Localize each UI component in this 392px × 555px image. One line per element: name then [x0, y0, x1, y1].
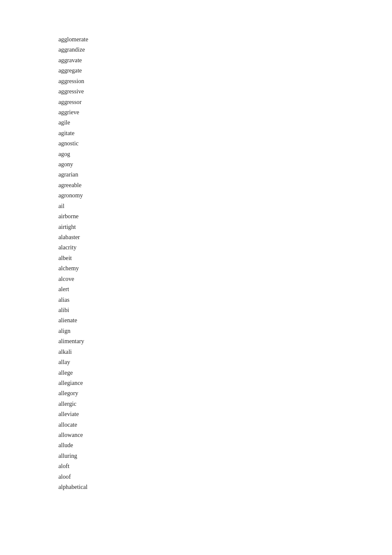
- word-list: agglomerateaggrandizeaggravateaggregatea…: [0, 0, 392, 526]
- list-item: alias: [58, 295, 392, 305]
- list-item: aggressive: [58, 86, 392, 96]
- list-item: agreeable: [58, 180, 392, 190]
- list-item: allay: [58, 357, 392, 367]
- list-item: agile: [58, 117, 392, 127]
- list-item: allowance: [58, 430, 392, 440]
- list-item: alchemy: [58, 263, 392, 273]
- list-item: allegiance: [58, 378, 392, 388]
- list-item: align: [58, 326, 392, 336]
- list-item: agronomy: [58, 190, 392, 200]
- list-item: agnostic: [58, 138, 392, 148]
- list-item: aggregate: [58, 65, 392, 75]
- list-item: ail: [58, 201, 392, 211]
- list-item: alimentary: [58, 336, 392, 346]
- list-item: aggrieve: [58, 107, 392, 117]
- list-item: aggravate: [58, 55, 392, 65]
- list-item: alluring: [58, 451, 392, 461]
- list-item: allocate: [58, 419, 392, 430]
- list-item: alkali: [58, 347, 392, 357]
- list-item: alcove: [58, 274, 392, 284]
- list-item: airborne: [58, 211, 392, 221]
- list-item: agitate: [58, 128, 392, 138]
- list-item: aggression: [58, 76, 392, 86]
- list-item: allegory: [58, 388, 392, 398]
- list-item: alacrity: [58, 242, 392, 252]
- list-item: allergic: [58, 399, 392, 409]
- list-item: alleviate: [58, 409, 392, 419]
- list-item: allege: [58, 367, 392, 378]
- list-item: alphabetical: [58, 482, 392, 492]
- list-item: aloof: [58, 471, 392, 482]
- list-item: agog: [58, 149, 392, 159]
- list-item: aloft: [58, 461, 392, 471]
- list-item: agglomerate: [58, 34, 392, 44]
- list-item: alienate: [58, 315, 392, 325]
- list-item: aggrandize: [58, 44, 392, 55]
- list-item: agony: [58, 159, 392, 169]
- list-item: alabaster: [58, 232, 392, 242]
- list-item: alibi: [58, 305, 392, 315]
- list-item: allude: [58, 440, 392, 450]
- list-item: airtight: [58, 222, 392, 232]
- list-item: albeit: [58, 253, 392, 263]
- list-item: agrarian: [58, 169, 392, 179]
- list-item: aggressor: [58, 97, 392, 107]
- list-item: alert: [58, 284, 392, 294]
